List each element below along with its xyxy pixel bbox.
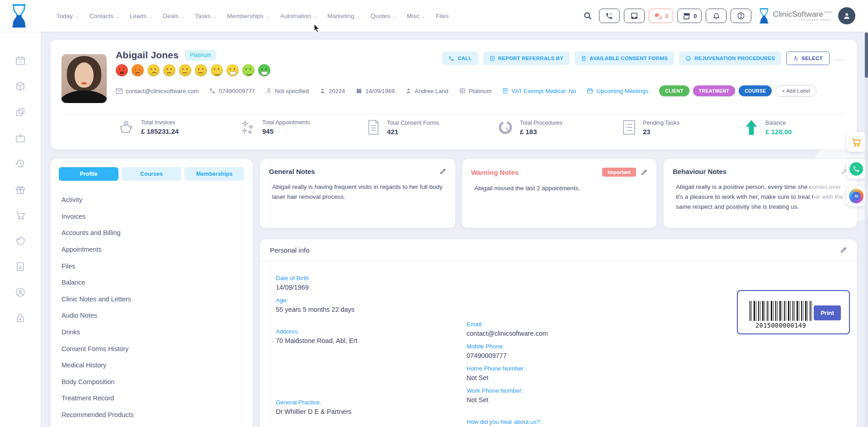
nav-item-files[interactable]: Files <box>436 13 449 19</box>
mood-emoji-icon[interactable] <box>195 64 207 76</box>
vertical-scrollbar-thumb[interactable] <box>865 33 868 78</box>
label-pill-client[interactable]: CLIENT <box>659 85 689 96</box>
profile-icon[interactable] <box>15 287 26 298</box>
mood-emoji-icon[interactable] <box>147 64 160 76</box>
menu-item-medical-history[interactable]: Medical History <box>59 357 245 374</box>
warning-notes-card: Warning Notes Important Abigail missed t… <box>462 159 656 228</box>
search-icon[interactable] <box>583 11 592 20</box>
tab-profile[interactable]: Profile <box>59 167 118 181</box>
stat-total-invoices[interactable]: Total Invoices£ 185231.24 <box>118 119 179 135</box>
nav-item-memberships[interactable]: Memberships⌄ <box>227 13 269 19</box>
label-pill-course[interactable]: COURSE <box>739 85 772 96</box>
stat-total-appointments[interactable]: Total Appointments945 <box>240 119 310 135</box>
dob-item[interactable]: 14/09/1969 <box>356 88 395 94</box>
menu-item-appointments[interactable]: Appointments <box>59 241 245 258</box>
rejuvenation-procedures-button[interactable]: REJUVENATION PROCEDURES <box>679 52 781 65</box>
nav-item-contacts[interactable]: Contacts⌄ <box>89 13 119 19</box>
copy-icon[interactable] <box>15 107 26 117</box>
field-value: 07490009777 <box>467 352 548 359</box>
chat-notifications-button[interactable]: 3 <box>649 9 673 23</box>
vat-exempt-link[interactable]: VAT Exempt Medical: No <box>502 88 576 94</box>
basket-icon[interactable] <box>15 132 26 143</box>
notifications-button[interactable] <box>706 9 726 23</box>
vertical-scrollbar-track[interactable] <box>865 32 868 427</box>
tag-icon[interactable] <box>15 235 26 246</box>
mood-emoji-icon[interactable] <box>132 64 144 76</box>
report-icon[interactable] <box>15 261 26 272</box>
label-pill-treatment[interactable]: TREATMENT <box>693 85 736 96</box>
phone-item[interactable]: 07490009777 <box>209 88 255 94</box>
mood-emoji-icon[interactable] <box>179 64 191 76</box>
call-button[interactable]: CALL <box>442 52 478 65</box>
tab-courses[interactable]: Courses <box>122 167 181 181</box>
add-label-button[interactable]: + Add Label <box>775 85 816 97</box>
select-button[interactable]: SELECT <box>786 52 830 65</box>
floating-cart-widget[interactable] <box>846 132 866 152</box>
upcoming-meetings-link[interactable]: Upcoming Meetings <box>587 88 648 94</box>
mood-emoji-icon[interactable] <box>226 64 239 76</box>
nav-item-deals[interactable]: Deals⌄ <box>163 13 184 19</box>
stat-label: Total Procedures <box>520 120 562 126</box>
app-logo-hourglass-icon[interactable] <box>10 4 28 28</box>
gift-icon[interactable] <box>15 184 26 195</box>
mood-emoji-icon[interactable] <box>116 64 128 76</box>
inbox-button[interactable] <box>624 9 645 23</box>
available-consent-forms-button[interactable]: AVAILABLE CONSENT FORMS <box>575 52 674 65</box>
stat-total-consent-forms[interactable]: Total Consent Forms421 <box>366 119 439 136</box>
menu-item-audio-notes[interactable]: Audio Notes <box>59 307 245 324</box>
help-button[interactable] <box>731 9 751 23</box>
patient-photo[interactable] <box>61 54 107 103</box>
patient-contact-row: contact@clinicsoftware.com 07490009777 N… <box>116 85 816 97</box>
mood-emoji-icon[interactable] <box>163 64 175 76</box>
email-item[interactable]: contact@clinicsoftware.com <box>116 88 198 94</box>
calendar-icon[interactable]: 12 <box>15 55 26 66</box>
nav-item-automation[interactable]: Automation⌄ <box>280 13 317 19</box>
gender-item[interactable]: Not specified <box>266 88 309 94</box>
print-barcode-button[interactable]: Print <box>814 305 841 320</box>
menu-item-balance[interactable]: Balance <box>59 274 245 291</box>
lock-icon[interactable] <box>15 313 26 324</box>
nav-item-tasks[interactable]: Tasks⌄ <box>195 13 217 19</box>
mood-emoji-icon[interactable] <box>258 64 270 76</box>
floating-call-widget[interactable] <box>846 159 866 179</box>
package-icon[interactable] <box>15 81 26 92</box>
menu-item-recommended-products[interactable]: Recommended Products <box>59 407 245 423</box>
stat-pending-tasks[interactable]: Pending Tasks23 <box>622 119 679 136</box>
report-referrals-button[interactable]: REPORT REFERRALS BY <box>483 52 570 65</box>
edit-pencil-icon[interactable] <box>439 168 446 175</box>
mood-emoji-icon[interactable] <box>211 64 223 76</box>
nav-item-today[interactable]: Today⌄ <box>57 13 79 19</box>
floating-ai-widget[interactable]: AI <box>846 186 866 206</box>
user-avatar[interactable] <box>838 7 855 24</box>
client-id-item[interactable]: 20224 <box>320 88 345 94</box>
history-icon[interactable] <box>15 158 26 169</box>
mood-emoji-icon[interactable] <box>242 64 255 76</box>
stat-balance[interactable]: Balance£ 126.00 <box>744 119 792 136</box>
menu-item-body-composition[interactable]: Body Composition <box>59 374 245 390</box>
menu-item-activity[interactable]: Activity <box>59 192 245 208</box>
chevron-down-icon: ⌄ <box>422 14 425 19</box>
more-options-button[interactable]: ... <box>835 54 845 62</box>
store-button[interactable]: 0 <box>677 9 702 23</box>
clinicsoftware-logo[interactable]: ClinicSoftware.com TEN STEPS AHEAD <box>758 8 831 24</box>
menu-item-drinks[interactable]: Drinks <box>59 324 245 341</box>
nav-item-misc[interactable]: Misc⌄ <box>407 13 425 19</box>
menu-item-treatment-record[interactable]: Treatment Record <box>59 390 245 407</box>
tab-memberships[interactable]: Memberships <box>184 167 244 181</box>
edit-pencil-icon[interactable] <box>641 169 647 176</box>
dialer-button[interactable] <box>599 9 620 23</box>
nav-item-marketing[interactable]: Marketing⌄ <box>327 13 360 19</box>
label-pills: CLIENT TREATMENT COURSE + Add Label <box>659 85 816 97</box>
cart-icon[interactable] <box>15 210 26 221</box>
menu-item-clinic-notes-and-letters[interactable]: Clinic Notes and Letters <box>59 291 245 308</box>
menu-item-files[interactable]: Files <box>59 258 245 274</box>
menu-item-invoices[interactable]: Invoices <box>59 208 245 225</box>
owner-item[interactable]: Andree Land <box>406 88 448 94</box>
menu-item-accounts-and-billing[interactable]: Accounts and Billing <box>59 225 245 241</box>
edit-pencil-icon[interactable] <box>840 247 847 253</box>
nav-item-quotes[interactable]: Quotes⌄ <box>371 13 396 19</box>
level-item[interactable]: Platinum <box>459 88 492 94</box>
nav-item-leads[interactable]: Leads⌄ <box>130 13 152 19</box>
menu-item-consent-forms-history[interactable]: Consent Forms History <box>59 340 245 357</box>
stat-total-procedures[interactable]: Total Procedures£ 183 <box>497 119 562 136</box>
